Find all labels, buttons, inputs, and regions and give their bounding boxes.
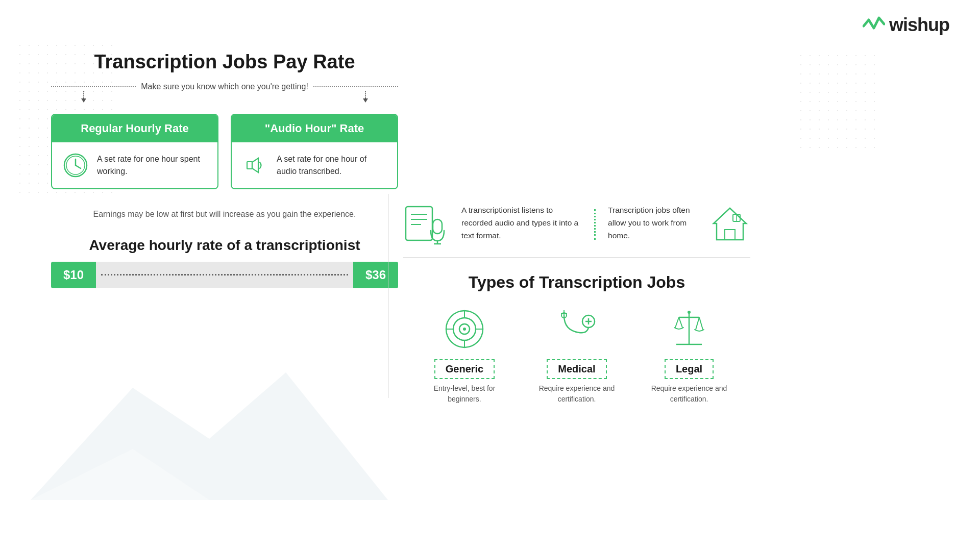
- speaker-icon: [242, 152, 268, 179]
- svg-rect-10: [406, 207, 432, 240]
- main-title: Transcription Jobs Pay Rate: [51, 51, 398, 73]
- arrow-right-icon: [361, 91, 370, 103]
- mountain-bg: [31, 347, 388, 500]
- svg-marker-9: [252, 158, 258, 172]
- rate-min: $10: [51, 262, 96, 288]
- rate-bar: $10 $36: [51, 262, 398, 288]
- types-row: Generic Entry-level, best for beginners.…: [403, 306, 750, 405]
- left-panel: Transcription Jobs Pay Rate Make sure yo…: [51, 51, 398, 288]
- right-panel: A transcriptionist listens to recorded a…: [403, 204, 750, 405]
- legal-name: Legal: [665, 359, 714, 379]
- svg-marker-3: [363, 98, 368, 103]
- rate-max: $36: [353, 262, 398, 288]
- svg-rect-18: [725, 230, 735, 240]
- svg-point-24: [463, 328, 466, 331]
- subtitle-row: Make sure you know which one you're gett…: [51, 82, 398, 91]
- svg-line-38: [675, 317, 679, 328]
- logo: wishup: [863, 14, 949, 36]
- generic-name: Generic: [434, 359, 495, 379]
- card2-header-text: "Audio Hour" Rate: [265, 122, 364, 135]
- svg-marker-17: [714, 208, 746, 240]
- legal-desc: Require experience and certification.: [648, 383, 730, 405]
- card1-desc: A set rate for one hour spent working.: [97, 153, 207, 178]
- avg-title: Average hourly rate of a transcriptionis…: [51, 237, 398, 254]
- subtitle-container: Make sure you know which one you're gett…: [51, 82, 398, 91]
- type-generic: Generic Entry-level, best for beginners.: [424, 306, 505, 405]
- svg-marker-2: [81, 98, 86, 103]
- svg-line-39: [679, 317, 682, 328]
- wishup-logo-icon: [863, 16, 885, 34]
- earnings-note: Earnings may be low at first but will in…: [51, 208, 398, 221]
- regular-hourly-rate-card: Regular Hourly Rate A set rate for one h…: [51, 114, 218, 189]
- info-row: A transcriptionist listens to recorded a…: [403, 204, 750, 258]
- generic-desc: Entry-level, best for beginners.: [424, 383, 505, 405]
- bg-dots-right: [796, 51, 878, 153]
- clock-icon: [62, 152, 89, 179]
- info1-text: A transcriptionist listens to recorded a…: [461, 204, 582, 242]
- home-icon: [709, 204, 750, 245]
- dotted-line-left: [51, 86, 136, 87]
- card2-header: "Audio Hour" Rate: [232, 115, 397, 142]
- generic-icon: [442, 306, 487, 352]
- info-divider: [594, 209, 596, 240]
- medical-desc: Require experience and certification.: [536, 383, 618, 405]
- svg-line-7: [76, 165, 81, 168]
- svg-rect-8: [247, 162, 252, 169]
- svg-point-42: [688, 311, 691, 314]
- dotted-line-right: [313, 86, 398, 87]
- types-title: Types of Transcription Jobs: [403, 273, 750, 292]
- logo-text: wishup: [889, 14, 949, 36]
- rate-bar-dots: [101, 274, 348, 276]
- cards-row: Regular Hourly Rate A set rate for one h…: [51, 114, 398, 189]
- subtitle-text: Make sure you know which one you're gett…: [141, 82, 308, 91]
- vertical-divider: [388, 194, 388, 398]
- card1-header: Regular Hourly Rate: [52, 115, 217, 142]
- svg-line-41: [699, 317, 703, 330]
- info2-text: Transcription jobs often allow you to wo…: [608, 204, 697, 242]
- type-medical: Medical Require experience and certifica…: [536, 306, 618, 405]
- arrow-left-icon: [79, 91, 88, 103]
- card1-body: A set rate for one hour spent working.: [52, 142, 217, 188]
- card2-body: A set rate for one hour of audio transcr…: [232, 142, 397, 188]
- svg-line-40: [696, 317, 699, 330]
- card1-header-text: Regular Hourly Rate: [81, 122, 189, 135]
- card2-desc: A set rate for one hour of audio transcr…: [277, 153, 387, 178]
- type-legal: Legal Require experience and certificati…: [648, 306, 730, 405]
- legal-icon: [666, 306, 712, 352]
- medical-name: Medical: [547, 359, 606, 379]
- medical-icon: [554, 306, 600, 352]
- audio-hour-rate-card: "Audio Hour" Rate A set rate for one hou…: [231, 114, 398, 189]
- svg-rect-14: [433, 219, 442, 234]
- transcriptionist-icon: [403, 204, 449, 245]
